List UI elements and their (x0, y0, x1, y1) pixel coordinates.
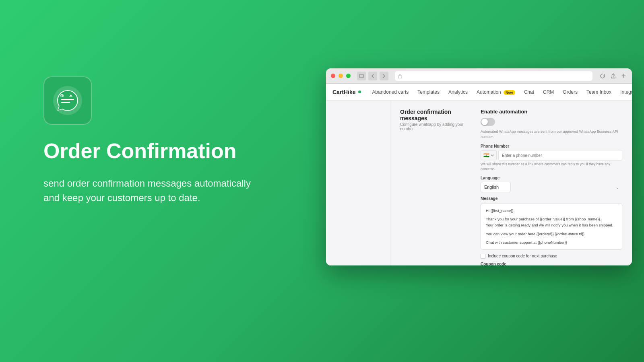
toggle-container[interactable] (481, 118, 622, 126)
automation-badge: New (504, 90, 515, 95)
section-subtitle: Configure whatsapp by adding your number (400, 122, 473, 131)
phone-input[interactable] (498, 150, 622, 160)
section-title: Order confirmation messages (400, 109, 473, 121)
language-select-wrapper: English Spanish French German Portuguese… (481, 182, 622, 192)
browser-chrome (326, 68, 632, 84)
brand-name: CartHike (332, 89, 356, 95)
svg-text:$: $ (61, 95, 62, 98)
browser-actions (599, 72, 627, 80)
svg-rect-2 (61, 102, 70, 103)
nav-item-chat[interactable]: Chat (520, 87, 538, 97)
coupon-checkbox[interactable] (481, 254, 485, 259)
phone-input-row: 🇮🇳 (481, 150, 622, 160)
content-sidebar (326, 101, 390, 265)
flag-emoji: 🇮🇳 (483, 152, 489, 158)
nav-brand: CartHike (332, 89, 361, 95)
nav-item-crm[interactable]: CRM (539, 87, 558, 97)
coupon-include-row: Include coupon code for next purchase (481, 254, 622, 259)
brand-dot (358, 90, 361, 93)
traffic-light-close[interactable] (331, 74, 335, 78)
svg-rect-5 (359, 74, 363, 78)
select-arrow-icon: ⌄ (616, 185, 619, 189)
message-line-5: Chat with customer support at {{phoneNum… (486, 239, 617, 245)
forward-button[interactable] (380, 72, 388, 80)
back-button[interactable] (368, 72, 377, 80)
nav-item-analytics[interactable]: Analytics (444, 87, 472, 97)
address-bar[interactable] (395, 71, 592, 81)
svg-rect-6 (398, 76, 402, 78)
message-label: Message (481, 196, 622, 201)
enable-toggle[interactable] (481, 118, 495, 126)
browser-controls (357, 72, 388, 80)
add-tab-button[interactable] (620, 72, 627, 80)
traffic-light-minimize[interactable] (339, 74, 343, 78)
page-description: send order confirmation messages automat… (43, 176, 257, 205)
phone-hint: We will share this number as a link wher… (481, 162, 622, 172)
traffic-light-fullscreen[interactable] (346, 74, 351, 78)
content-main: Order confirmation messages Configure wh… (390, 101, 632, 265)
share-button[interactable] (609, 72, 617, 80)
auto-desc: Automated WhatsApp messages are sent fro… (481, 129, 622, 139)
nav-item-templates[interactable]: Templates (413, 87, 444, 97)
coupon-include-label: Include coupon code for next purchase (488, 254, 557, 258)
form-panel: Enable automation Automated WhatsApp mes… (481, 109, 622, 265)
nav-item-automation[interactable]: Automation New (473, 87, 519, 97)
language-label: Language (481, 176, 622, 180)
toggle-knob (481, 119, 488, 125)
window-button[interactable] (357, 72, 366, 80)
nav-item-abandoned-carts[interactable]: Abandoned carts (368, 87, 413, 97)
app-content: Order confirmation messages Configure wh… (326, 101, 632, 265)
reload-button[interactable] (599, 72, 606, 80)
flag-selector[interactable]: 🇮🇳 (481, 150, 497, 160)
nav-item-integrations[interactable]: Integrations (616, 87, 632, 97)
message-line-2: Thank you for your purchase of {{order_v… (486, 216, 617, 222)
message-line-1: Hi {{first_name}}, (486, 208, 617, 214)
message-line-3: Your order is getting ready and we will … (486, 222, 617, 228)
page-heading: Order Confirmation (43, 139, 257, 163)
app-nav: CartHike Abandoned carts Templates Analy… (326, 84, 632, 101)
nav-item-team-inbox[interactable]: Team Inbox (582, 87, 615, 97)
app-logo: $ (43, 76, 92, 125)
phone-label: Phone Number (481, 144, 622, 148)
message-line-4: You can view your order here {{orderId}}… (486, 231, 617, 237)
enable-label: Enable automation (481, 109, 622, 115)
message-box: Hi {{first_name}}, Thank you for your pu… (481, 203, 622, 250)
coupon-code-label: Coupon code (481, 262, 622, 265)
browser-window: CartHike Abandoned carts Templates Analy… (326, 68, 632, 265)
nav-item-orders[interactable]: Orders (559, 87, 582, 97)
language-select[interactable]: English Spanish French German Portuguese (481, 182, 511, 192)
svg-rect-1 (61, 99, 74, 100)
